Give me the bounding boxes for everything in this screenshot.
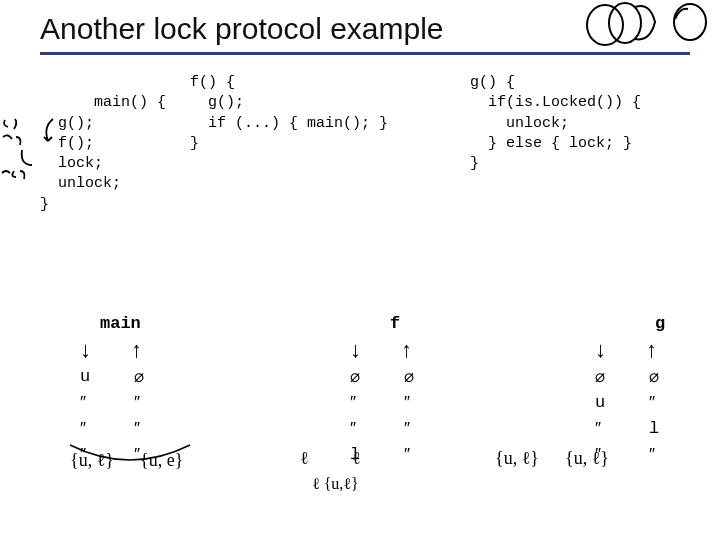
scribble-top-icon <box>580 0 720 52</box>
arrows-row: ↓ ↑ ↓ ↑ ↓ ↑ <box>40 339 690 361</box>
state-cell: ∅ <box>595 367 609 387</box>
code-f: f() { g(); if (...) { main(); } } <box>190 73 460 276</box>
arrow-down-icon: ↓ <box>350 339 361 361</box>
state-cell: ″ <box>649 445 663 465</box>
hand-g-left: {u, ℓ} <box>495 448 539 469</box>
state-cell: u <box>595 393 609 413</box>
state-cell: ″ <box>134 393 148 413</box>
state-cell: ″ <box>80 419 94 439</box>
state-cell: ″ <box>350 419 364 439</box>
hand-f-left: ℓ <box>300 448 309 469</box>
state-cell: ″ <box>595 419 609 439</box>
arrow-up-icon: ↑ <box>401 339 412 361</box>
label-main: main <box>40 314 330 333</box>
state-cell: ″ <box>134 419 148 439</box>
hand-f-right1: ℓ <box>352 448 361 469</box>
state-cell: ∅ <box>350 367 364 387</box>
state-cell: ″ <box>404 445 418 465</box>
brace-icon <box>65 440 195 470</box>
state-cell: u <box>80 367 94 387</box>
state-cell: ″ <box>404 393 418 413</box>
label-g: g <box>605 314 690 333</box>
code-g: g() { if(is.Locked()) { unlock; } else {… <box>470 73 690 276</box>
code-main: main() { g(); f(); lock; unlock; } <box>40 73 180 276</box>
arrow-down-icon: ↓ <box>80 339 91 361</box>
svg-point-1 <box>609 3 641 43</box>
func-labels: main f g <box>40 314 690 333</box>
hand-f-right2: ℓ {u,ℓ} <box>312 475 359 493</box>
hand-g-right: {u, ℓ} <box>565 448 609 469</box>
arrow-down-icon: ↓ <box>595 339 606 361</box>
code-row: main() { g(); f(); lock; unlock; } f() { <box>40 73 690 276</box>
svg-point-2 <box>674 4 706 40</box>
state-cell: ∅ <box>134 367 148 387</box>
state-cell: ∅ <box>404 367 418 387</box>
state-cell: ″ <box>350 393 364 413</box>
arrow-up-icon: ↑ <box>646 339 657 361</box>
col-g-right: ∅″l″ <box>649 367 663 465</box>
state-cell: ″ <box>404 419 418 439</box>
arrow-up-icon: ↑ <box>131 339 142 361</box>
scribble-left-icon <box>0 115 40 210</box>
arrow-lock-icon <box>38 117 58 147</box>
label-f: f <box>330 314 605 333</box>
state-cell: ″ <box>80 393 94 413</box>
code-main-text: main() { g(); f(); lock; unlock; } <box>40 94 166 212</box>
state-cell: l <box>649 419 663 439</box>
state-cell: ″ <box>649 393 663 413</box>
state-cell: ∅ <box>649 367 663 387</box>
col-f-right: ∅″″″ <box>404 367 418 465</box>
svg-point-0 <box>587 5 623 45</box>
